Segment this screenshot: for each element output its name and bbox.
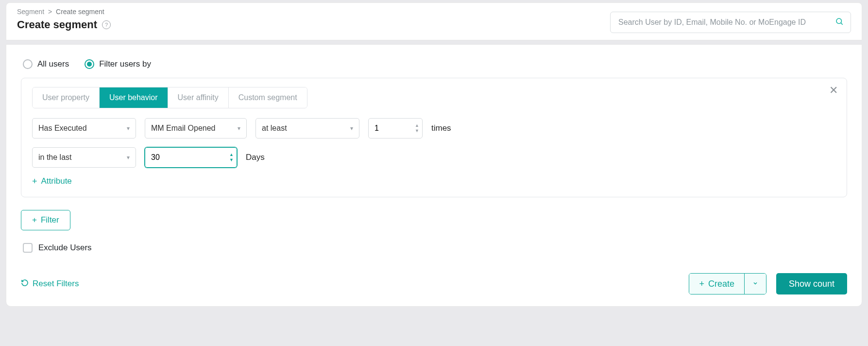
radio-label: Filter users by bbox=[99, 59, 151, 69]
create-dropdown-caret[interactable] bbox=[745, 274, 766, 294]
reset-filters-link[interactable]: Reset Filters bbox=[21, 279, 79, 289]
show-count-button[interactable]: Show count bbox=[776, 273, 847, 294]
plus-icon: + bbox=[32, 177, 37, 186]
svg-line-1 bbox=[841, 23, 842, 24]
breadcrumb-separator: > bbox=[48, 8, 52, 16]
number-spinner[interactable]: ▲▼ bbox=[229, 148, 234, 167]
tab-custom-segment[interactable]: Custom segment bbox=[229, 87, 307, 108]
refresh-icon bbox=[21, 279, 29, 289]
radio-all-users[interactable]: All users bbox=[23, 59, 69, 69]
radio-icon bbox=[23, 59, 33, 69]
radio-icon bbox=[85, 59, 94, 69]
exclude-users-checkbox[interactable] bbox=[23, 243, 33, 253]
execution-select[interactable]: Has Executed ▾ bbox=[32, 118, 136, 138]
create-button[interactable]: + Create bbox=[689, 274, 745, 294]
chevron-up-icon[interactable]: ▲ bbox=[229, 153, 234, 157]
chevron-down-icon: ▾ bbox=[350, 125, 353, 132]
count-field[interactable] bbox=[369, 119, 422, 138]
breadcrumb-current: Create segment bbox=[56, 8, 104, 16]
tab-user-behavior[interactable]: User behavior bbox=[100, 87, 168, 108]
chevron-up-icon[interactable]: ▲ bbox=[415, 123, 419, 128]
time-range-unit-label: Days bbox=[246, 153, 265, 162]
number-spinner[interactable]: ▲▼ bbox=[415, 119, 419, 138]
select-value: Has Executed bbox=[38, 124, 87, 133]
add-attribute-label: Attribute bbox=[41, 176, 72, 186]
breadcrumb-root[interactable]: Segment bbox=[17, 8, 44, 16]
behavior-condition-row-2: in the last ▾ ▲▼ Days bbox=[32, 147, 836, 168]
search-icon[interactable] bbox=[835, 17, 844, 28]
select-value: MM Email Opened bbox=[151, 124, 216, 133]
time-range-value-input[interactable]: ▲▼ bbox=[145, 147, 237, 168]
builder-footer: Reset Filters + Create Show count bbox=[21, 273, 847, 294]
search-input[interactable] bbox=[617, 17, 835, 27]
chevron-down-icon: ▾ bbox=[238, 125, 240, 132]
chevron-down-icon: ▾ bbox=[127, 154, 130, 161]
create-button-group: + Create bbox=[689, 273, 766, 294]
add-filter-label: Filter bbox=[41, 215, 59, 225]
plus-icon: + bbox=[699, 279, 704, 289]
chevron-down-icon bbox=[752, 280, 758, 288]
reset-filters-label: Reset Filters bbox=[33, 279, 79, 289]
exclude-users-label: Exclude Users bbox=[38, 243, 92, 253]
count-input[interactable]: ▲▼ bbox=[368, 118, 423, 138]
chevron-down-icon[interactable]: ▼ bbox=[229, 158, 234, 162]
tab-user-property[interactable]: User property bbox=[33, 87, 100, 108]
behavior-condition-row-1: Has Executed ▾ MM Email Opened ▾ at leas… bbox=[32, 118, 836, 138]
svg-point-0 bbox=[836, 18, 842, 24]
close-icon[interactable]: ✕ bbox=[829, 85, 838, 96]
select-value: at least bbox=[262, 124, 287, 133]
add-filter-button[interactable]: + Filter bbox=[21, 210, 70, 230]
radio-filter-users-by[interactable]: Filter users by bbox=[85, 59, 151, 69]
search-box[interactable] bbox=[610, 12, 851, 33]
time-range-field[interactable] bbox=[145, 148, 237, 167]
chevron-down-icon[interactable]: ▼ bbox=[415, 129, 419, 133]
exclude-users-row: Exclude Users bbox=[21, 243, 847, 253]
create-label: Create bbox=[708, 279, 734, 289]
count-suffix-label: times bbox=[431, 123, 451, 133]
tab-user-affinity[interactable]: User affinity bbox=[168, 87, 229, 108]
radio-label: All users bbox=[37, 59, 69, 69]
page-header: Segment > Create segment Create segment … bbox=[6, 2, 862, 40]
select-value: in the last bbox=[38, 153, 71, 162]
chevron-down-icon: ▾ bbox=[127, 125, 130, 132]
help-icon[interactable]: ? bbox=[102, 20, 111, 29]
time-range-select[interactable]: in the last ▾ bbox=[32, 147, 136, 168]
segment-builder-card: All users Filter users by ✕ User propert… bbox=[6, 44, 862, 307]
audience-scope-radio-group: All users Filter users by bbox=[21, 59, 847, 69]
comparator-select[interactable]: at least ▾ bbox=[255, 118, 359, 138]
filter-type-tabs: User property User behavior User affinit… bbox=[32, 87, 307, 108]
add-attribute-link[interactable]: + Attribute bbox=[32, 176, 72, 186]
plus-icon: + bbox=[32, 215, 37, 225]
page-title: Create segment bbox=[17, 18, 97, 31]
event-select[interactable]: MM Email Opened ▾ bbox=[145, 118, 247, 138]
filter-block: ✕ User property User behavior User affin… bbox=[21, 78, 847, 197]
